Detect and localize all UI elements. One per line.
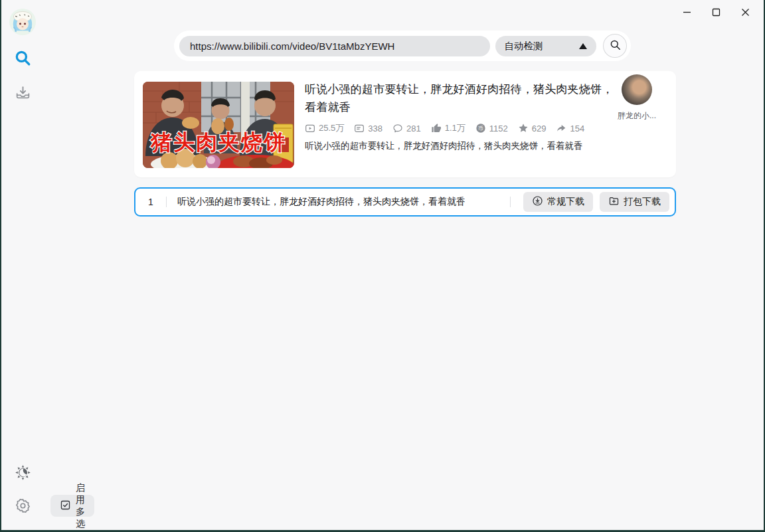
- row-title: 听说小强的超市要转让，胖龙好酒好肉招待，猪头肉夹烧饼，看着就香: [177, 196, 466, 208]
- uploader-avatar[interactable]: [622, 74, 652, 105]
- divider: [510, 197, 511, 207]
- video-description: 听说小强的超市要转让，胖龙好酒好肉招待，猪头肉夹烧饼，看着就香: [305, 140, 617, 152]
- divider: [166, 197, 167, 207]
- like-stat: 1.1万: [431, 122, 466, 134]
- enable-multiselect-button[interactable]: 启用多选: [50, 495, 94, 517]
- detect-mode-label: 自动检测: [505, 40, 543, 52]
- coin-icon: 币: [475, 123, 486, 133]
- like-icon: [431, 123, 442, 133]
- video-stats: 25.5万 338: [305, 122, 617, 134]
- video-info: 听说小强的超市要转让，胖龙好酒好肉招待，猪头肉夹烧饼，看着就香 25.5万: [305, 80, 617, 152]
- comment-icon: [392, 123, 403, 133]
- maximize-button[interactable]: [701, 3, 730, 21]
- uploader: 胖龙的小...: [614, 74, 660, 122]
- folder-plus-icon: [608, 195, 620, 209]
- download-circle-icon: [532, 195, 543, 209]
- comment-stat: 281: [392, 123, 421, 133]
- danmaku-icon: [354, 123, 365, 133]
- close-button[interactable]: [730, 3, 760, 21]
- row-actions: 常规下载 打包下载: [510, 192, 669, 212]
- video-card: 猪头肉夹烧饼 听说小强的超市要转让，胖龙好酒好肉招待，猪头肉夹烧饼，看着就香 2…: [134, 71, 676, 177]
- triangle-up-icon: [579, 43, 587, 49]
- theme-toggle-icon[interactable]: [13, 463, 32, 482]
- share-stat: 154: [556, 123, 584, 133]
- share-icon: [556, 123, 566, 133]
- svg-text:币: 币: [478, 126, 483, 132]
- search-bar: 自动检测: [174, 31, 631, 61]
- video-title: 听说小强的超市要转让，胖龙好酒好肉招待，猪头肉夹烧饼，看着就香: [305, 80, 617, 116]
- favorite-stat: 629: [518, 123, 547, 133]
- uploader-name: 胖龙的小...: [614, 110, 660, 122]
- url-input[interactable]: [179, 36, 490, 56]
- window-controls: [672, 3, 760, 21]
- search-button[interactable]: [603, 34, 627, 58]
- sidebar: 启用多选: [1, 0, 44, 530]
- package-download-button[interactable]: 打包下载: [600, 192, 669, 212]
- user-avatar[interactable]: [9, 9, 36, 35]
- app-window: 启用多选 自动检测: [0, 0, 765, 532]
- downloads-nav-icon[interactable]: [13, 83, 32, 102]
- download-row[interactable]: 1 听说小强的超市要转让，胖龙好酒好肉招待，猪头肉夹烧饼，看着就香 常规下载: [134, 187, 676, 217]
- settings-gear-icon[interactable]: [13, 496, 32, 515]
- search-nav-icon[interactable]: [13, 48, 32, 67]
- row-index: 1: [135, 197, 166, 207]
- coin-stat: 币 1152: [475, 123, 508, 133]
- thumbnail-caption: 猪头肉夹烧饼: [150, 130, 286, 154]
- danmaku-stat: 338: [354, 123, 382, 133]
- play-count-stat: 25.5万: [305, 122, 344, 134]
- search-icon: [609, 39, 622, 53]
- detect-mode-dropdown[interactable]: 自动检测: [495, 36, 597, 56]
- minimize-button[interactable]: [672, 3, 701, 21]
- play-count-icon: [305, 123, 315, 133]
- favorite-star-icon: [518, 123, 529, 133]
- regular-download-button[interactable]: 常规下载: [523, 192, 593, 212]
- enable-multiselect-label: 启用多选: [76, 482, 85, 530]
- checkbox-icon: [60, 499, 71, 513]
- video-thumbnail[interactable]: 猪头肉夹烧饼: [143, 82, 294, 168]
